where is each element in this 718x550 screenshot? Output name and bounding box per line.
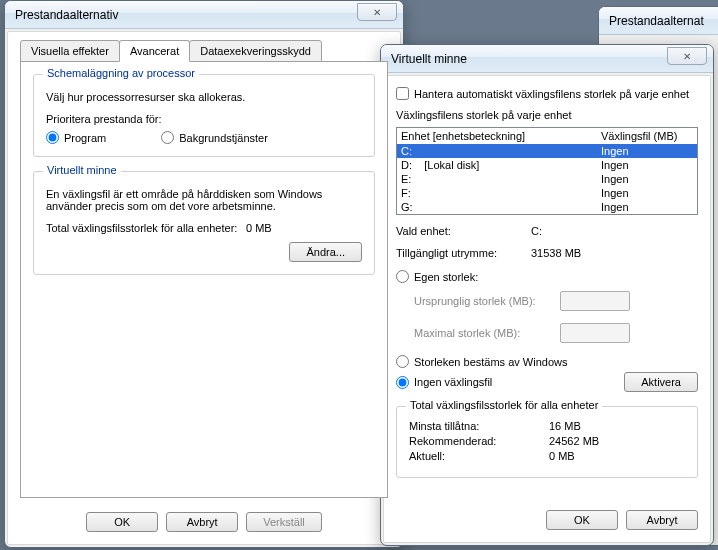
processor-scheduling-group: Schemaläggning av processor Välj hur pro… — [33, 74, 375, 157]
rec-value: 24562 MB — [549, 435, 599, 447]
radio-custom-size-label: Egen storlek: — [414, 271, 478, 283]
radio-system-managed-input[interactable] — [396, 355, 409, 368]
drive-row[interactable]: C:Ingen — [397, 144, 697, 158]
radio-programs[interactable]: Program — [46, 131, 106, 144]
radio-no-paging-input[interactable] — [396, 376, 409, 389]
page-cell: Ingen — [601, 201, 693, 213]
ok-button[interactable]: OK — [86, 512, 158, 532]
tab-advanced[interactable]: Avancerat — [119, 40, 190, 62]
page-cell: Ingen — [601, 187, 693, 199]
rec-label: Rekommenderad: — [409, 435, 549, 447]
drive-row[interactable]: D: [Lokal disk]Ingen — [397, 158, 697, 172]
page-cell: Ingen — [601, 145, 693, 157]
drive-cell: G: — [401, 201, 601, 213]
close-icon[interactable]: ✕ — [357, 3, 397, 21]
auto-manage-checkbox[interactable] — [396, 87, 409, 100]
drive-cell: D: [Lokal disk] — [401, 159, 601, 171]
drive-row[interactable]: G:Ingen — [397, 200, 697, 214]
page-cell: Ingen — [601, 159, 693, 171]
perf-title: Prestandaalternativ — [15, 8, 118, 22]
radio-programs-input[interactable] — [46, 131, 59, 144]
radio-programs-label: Program — [64, 132, 106, 144]
radio-background-label: Bakgrundstjänster — [179, 132, 268, 144]
radio-custom-size[interactable]: Egen storlek: — [396, 270, 698, 283]
drive-row[interactable]: E:Ingen — [397, 172, 697, 186]
initial-size-input[interactable] — [560, 291, 630, 311]
drive-cell: E: — [401, 173, 601, 185]
radio-background[interactable]: Bakgrundstjänster — [161, 131, 268, 144]
drive-listbox[interactable]: Enhet [enhetsbeteckning] Växlingsfil (MB… — [396, 127, 698, 215]
drive-row[interactable]: F:Ingen — [397, 186, 697, 200]
max-size-input[interactable] — [560, 323, 630, 343]
drive-cell: F: — [401, 187, 601, 199]
max-size-label: Maximal storlek (MB): — [414, 327, 554, 339]
cur-label: Aktuell: — [409, 450, 549, 462]
vm-total-value: 0 MB — [246, 222, 272, 234]
radio-custom-size-input[interactable] — [396, 270, 409, 283]
min-value: 16 MB — [549, 420, 581, 432]
bg-titlebar: Prestandaalternat — [599, 7, 718, 35]
vmem-cancel-button[interactable]: Avbryt — [626, 510, 698, 530]
radio-system-managed-label: Storleken bestäms av Windows — [414, 356, 567, 368]
radio-system-managed[interactable]: Storleken bestäms av Windows — [396, 355, 698, 368]
set-button[interactable]: Aktivera — [624, 372, 698, 392]
cur-value: 0 MB — [549, 450, 575, 462]
radio-no-paging-label: Ingen växlingsfil — [414, 376, 492, 388]
virtual-memory-window: Virtuellt minne ✕ Hantera automatiskt vä… — [380, 44, 714, 546]
tab-strip: Visuella effekter Avancerat Dataexekveri… — [20, 40, 388, 62]
header-drive: Enhet [enhetsbeteckning] — [401, 130, 601, 142]
selected-drive-value: C: — [531, 225, 542, 237]
virtual-memory-desc: En växlingsfil är ett område på hårddisk… — [46, 188, 362, 212]
cancel-button[interactable]: Avbryt — [166, 512, 238, 532]
radio-no-paging[interactable]: Ingen växlingsfil — [396, 376, 492, 389]
space-label: Tillgängligt utrymme: — [396, 247, 531, 259]
auto-manage-checkbox-row[interactable]: Hantera automatiskt växlingsfilens storl… — [396, 87, 698, 100]
priority-label: Prioritera prestanda för: — [46, 113, 362, 125]
totals-legend: Total växlingsfilsstorlek för alla enhet… — [406, 399, 602, 411]
vmem-ok-button[interactable]: OK — [546, 510, 618, 530]
apply-button[interactable]: Verkställ — [246, 512, 322, 532]
vmem-titlebar[interactable]: Virtuellt minne ✕ — [381, 45, 713, 73]
tab-visual-effects[interactable]: Visuella effekter — [20, 40, 120, 62]
vmem-title: Virtuellt minne — [391, 52, 467, 66]
vm-total-label: Total växlingsfilsstorlek för alla enhet… — [46, 222, 246, 234]
drive-cell: C: — [401, 145, 601, 157]
space-value: 31538 MB — [531, 247, 581, 259]
per-drive-label: Växlingsfilens storlek på varje enhet — [396, 109, 698, 121]
perf-titlebar[interactable]: Prestandaalternativ ✕ — [5, 1, 403, 29]
initial-size-label: Ursprunglig storlek (MB): — [414, 295, 554, 307]
tab-dep[interactable]: Dataexekveringsskydd — [189, 40, 322, 62]
close-icon[interactable]: ✕ — [667, 47, 707, 65]
radio-background-input[interactable] — [161, 131, 174, 144]
change-button[interactable]: Ändra... — [289, 242, 362, 262]
min-label: Minsta tillåtna: — [409, 420, 549, 432]
processor-scheduling-desc: Välj hur processorresurser ska allokeras… — [46, 91, 362, 103]
page-cell: Ingen — [601, 173, 693, 185]
performance-options-window: Prestandaalternativ ✕ Visuella effekter … — [4, 0, 404, 548]
bg-title: Prestandaalternat — [609, 14, 704, 28]
virtual-memory-legend: Virtuellt minne — [43, 164, 121, 176]
selected-drive-label: Vald enhet: — [396, 225, 531, 237]
header-page: Växlingsfil (MB) — [601, 130, 693, 142]
auto-manage-label: Hantera automatiskt växlingsfilens storl… — [414, 88, 689, 100]
virtual-memory-group: Virtuellt minne En växlingsfil är ett om… — [33, 171, 375, 275]
listbox-header: Enhet [enhetsbeteckning] Växlingsfil (MB… — [397, 128, 697, 144]
processor-scheduling-legend: Schemaläggning av processor — [43, 67, 199, 79]
totals-group: Total växlingsfilsstorlek för alla enhet… — [396, 406, 698, 478]
